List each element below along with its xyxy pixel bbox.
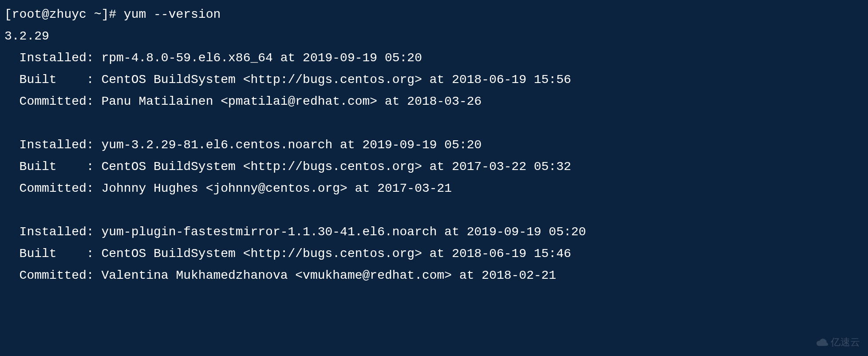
- watermark-text: 亿速云: [831, 334, 860, 351]
- pkg-installed: Installed: yum-3.2.29-81.el6.centos.noar…: [4, 134, 864, 156]
- blank-line: [4, 199, 864, 221]
- pkg-built: Built : CentOS BuildSystem <http://bugs.…: [4, 69, 864, 91]
- version-line: 3.2.29: [4, 25, 864, 47]
- terminal-output[interactable]: [root@zhuyc ~]# yum --version 3.2.29 Ins…: [4, 4, 864, 286]
- pkg-installed: Installed: yum-plugin-fastestmirror-1.1.…: [4, 221, 864, 243]
- watermark: 亿速云: [817, 334, 860, 351]
- shell-prompt: [root@zhuyc ~]#: [4, 8, 124, 21]
- pkg-built: Built : CentOS BuildSystem <http://bugs.…: [4, 243, 864, 265]
- pkg-installed: Installed: rpm-4.8.0-59.el6.x86_64 at 20…: [4, 47, 864, 69]
- prompt-line: [root@zhuyc ~]# yum --version: [4, 4, 864, 25]
- pkg-committed: Committed: Valentina Mukhamedzhanova <vm…: [4, 265, 864, 286]
- blank-line: [4, 112, 864, 134]
- pkg-committed: Committed: Panu Matilainen <pmatilai@red…: [4, 91, 864, 112]
- pkg-built: Built : CentOS BuildSystem <http://bugs.…: [4, 156, 864, 178]
- pkg-committed: Committed: Johnny Hughes <johnny@centos.…: [4, 178, 864, 199]
- cloud-icon: [817, 338, 828, 346]
- command-text: yum --version: [124, 8, 221, 21]
